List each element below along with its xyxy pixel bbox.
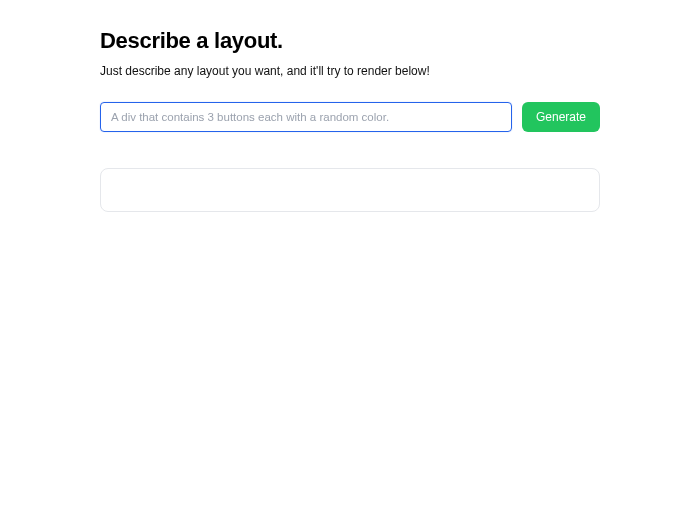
output-panel	[100, 168, 600, 212]
page-subtitle: Just describe any layout you want, and i…	[100, 64, 600, 78]
prompt-input[interactable]	[100, 102, 512, 132]
prompt-row: Generate	[100, 102, 600, 132]
page-title: Describe a layout.	[100, 28, 600, 54]
generate-button[interactable]: Generate	[522, 102, 600, 132]
page-container: Describe a layout. Just describe any lay…	[0, 0, 700, 212]
